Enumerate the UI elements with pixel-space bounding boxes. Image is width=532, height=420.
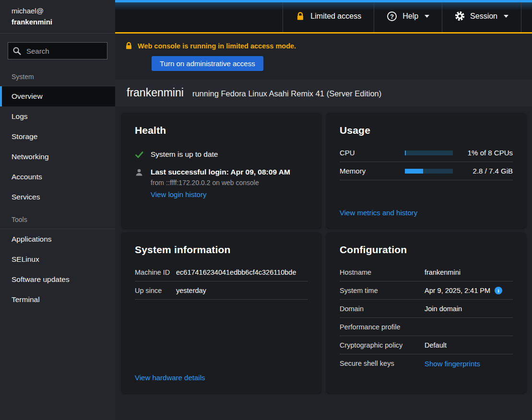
health-card-title: Health — [135, 125, 308, 136]
info-value-text: ec617416234041edbb6cf4c326110bde — [176, 268, 296, 276]
usage-card: Usage CPU1% of 8 CPUsMemory2.8 / 7.4 GiB… — [326, 113, 526, 228]
system-information-rows: Machine IDec617416234041edbb6cf4c326110b… — [135, 263, 308, 300]
search-icon — [12, 47, 22, 56]
page-title: frankenmini — [127, 86, 184, 99]
info-label: Hostname — [340, 268, 425, 276]
sidebar-item-terminal[interactable]: Terminal — [0, 290, 115, 310]
username: michael@ — [12, 5, 104, 17]
chevron-down-icon — [504, 15, 508, 18]
masthead-spacer — [521, 0, 532, 32]
sidebar-item-selinux[interactable]: SELinux — [0, 249, 115, 269]
info-row-secure-shell-keys: Secure shell keysShow fingerprints — [340, 354, 513, 373]
logged-in-user: michael@ frankenmini — [0, 0, 115, 34]
info-row-performance-profile: Performance profile — [340, 318, 513, 336]
info-value-text[interactable]: Join domain — [425, 305, 462, 313]
info-value: Apr 9, 2025, 2:41 PMi — [425, 287, 502, 294]
system-information-card: System information Machine IDec617416234… — [121, 233, 321, 393]
nav-section-title: System — [0, 68, 115, 86]
help-menu[interactable]: ? Help — [374, 0, 442, 32]
health-card: Health System is up to date — [121, 113, 321, 228]
svg-text:?: ? — [390, 13, 394, 20]
page-content: Web console is running in limited access… — [115, 34, 532, 420]
configuration-rows: HostnamefrankenminiSystem timeApr 9, 202… — [340, 263, 513, 373]
lock-icon — [125, 42, 133, 50]
up-to-date-text: System is up to date — [151, 150, 218, 159]
info-label: Machine ID — [135, 268, 176, 276]
info-row-hostname: Hostnamefrankenmini — [340, 263, 513, 281]
usage-row-memory: Memory2.8 / 7.4 GiB — [340, 162, 513, 180]
sidebar-item-software-updates[interactable]: Software updates — [0, 269, 115, 290]
view-hardware-details-link[interactable]: View hardware details — [135, 373, 205, 382]
sidebar-search — [8, 42, 107, 59]
usage-progress-fill — [405, 169, 423, 174]
check-icon — [135, 150, 144, 161]
nav-section-title: Tools — [0, 211, 115, 229]
info-row-machine-id: Machine IDec617416234041edbb6cf4c326110b… — [135, 263, 308, 281]
info-value-text: Apr 9, 2025, 2:41 PM — [425, 287, 490, 294]
sidebar: michael@ frankenmini SystemOverviewLogsS… — [0, 0, 115, 420]
info-label: Domain — [340, 305, 425, 313]
question-circle-icon: ? — [387, 11, 397, 22]
view-metrics-link[interactable]: View metrics and history — [340, 209, 417, 217]
usage-rows: CPU1% of 8 CPUsMemory2.8 / 7.4 GiB — [340, 144, 513, 180]
page-subtitle: running Fedora Linux Asahi Remix 41 (Ser… — [192, 89, 381, 98]
info-row-system-time: System timeApr 9, 2025, 2:41 PMi — [340, 281, 513, 300]
info-value: Show fingerprints — [425, 360, 480, 368]
masthead: Limited access ? Help Session — [115, 0, 532, 34]
search-input[interactable] — [8, 42, 107, 59]
chevron-down-icon — [425, 15, 429, 18]
limited-access-label: Limited access — [310, 12, 361, 21]
info-icon[interactable]: i — [495, 287, 502, 294]
info-value-text: Default — [425, 341, 447, 349]
usage-value: 1% of 8 CPUs — [453, 149, 513, 157]
info-value: ec617416234041edbb6cf4c326110bde — [176, 268, 296, 276]
sidebar-item-networking[interactable]: Networking — [0, 147, 115, 167]
info-row-up-since: Up sinceyesterday — [135, 281, 308, 300]
usage-label: Memory — [340, 167, 405, 175]
info-label: System time — [340, 287, 425, 294]
view-login-history-link[interactable]: View login history — [151, 190, 206, 198]
usage-card-title: Usage — [340, 125, 513, 136]
session-menu[interactable]: Session — [442, 0, 521, 32]
limited-access-banner: Web console is running in limited access… — [115, 34, 532, 80]
sidebar-item-overview[interactable]: Overview — [0, 86, 115, 106]
sidebar-item-logs[interactable]: Logs — [0, 106, 115, 127]
info-row-cryptographic-policy: Cryptographic policyDefault — [340, 336, 513, 354]
gear-icon — [455, 11, 465, 21]
last-login-item: Last successful login: Apr 09, 08:09 AM … — [135, 168, 308, 199]
session-label: Session — [470, 12, 497, 21]
info-value: Default — [425, 341, 447, 349]
user-icon — [135, 168, 144, 179]
info-value-text: yesterday — [176, 287, 206, 294]
sidebar-item-storage[interactable]: Storage — [0, 127, 115, 147]
usage-progress-fill — [405, 151, 406, 155]
usage-label: CPU — [340, 149, 405, 157]
lock-icon — [296, 12, 305, 21]
info-label: Performance profile — [340, 323, 425, 331]
last-login-text: Last successful login: Apr 09, 08:09 AM — [151, 168, 290, 176]
usage-progress-bar — [405, 151, 453, 155]
sidebar-nav: SystemOverviewLogsStorageNetworkingAccou… — [0, 64, 115, 420]
sidebar-item-applications[interactable]: Applications — [0, 229, 115, 249]
turn-on-admin-access-button[interactable]: Turn on administrative access — [152, 56, 263, 71]
page-title-strip: frankenmini running Fedora Linux Asahi R… — [115, 80, 532, 106]
sidebar-item-accounts[interactable]: Accounts — [0, 167, 115, 187]
usage-row-cpu: CPU1% of 8 CPUs — [340, 144, 513, 162]
nav-section-tools: ToolsApplicationsSELinuxSoftware updates… — [0, 211, 115, 310]
cockpit-app: michael@ frankenmini SystemOverviewLogsS… — [0, 0, 532, 420]
sidebar-item-services[interactable]: Services — [0, 187, 115, 207]
usage-progress-bar — [405, 169, 453, 174]
info-value: frankenmini — [425, 268, 461, 276]
main-area: Limited access ? Help Session — [115, 0, 532, 420]
info-label: Up since — [135, 287, 176, 294]
configuration-title: Configuration — [340, 244, 513, 256]
help-label: Help — [402, 12, 418, 21]
show-fingerprints-link[interactable]: Show fingerprints — [425, 360, 480, 368]
limited-access-message: Web console is running in limited access… — [138, 42, 296, 50]
system-information-title: System information — [135, 244, 308, 256]
limited-access-indicator[interactable]: Limited access — [283, 0, 374, 32]
last-login-detail: from ::ffff:172.20.0.2 on web console — [151, 179, 290, 187]
info-label: Secure shell keys — [340, 360, 425, 367]
usage-value: 2.8 / 7.4 GiB — [453, 167, 513, 175]
system-up-to-date-item: System is up to date — [135, 150, 308, 161]
